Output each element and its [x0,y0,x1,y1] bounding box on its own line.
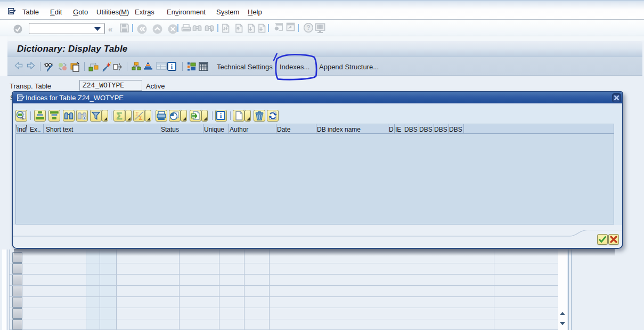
svg-text:i: i [220,111,222,119]
svg-text:Σ: Σ [117,111,123,122]
svg-text:?: ? [306,24,310,31]
